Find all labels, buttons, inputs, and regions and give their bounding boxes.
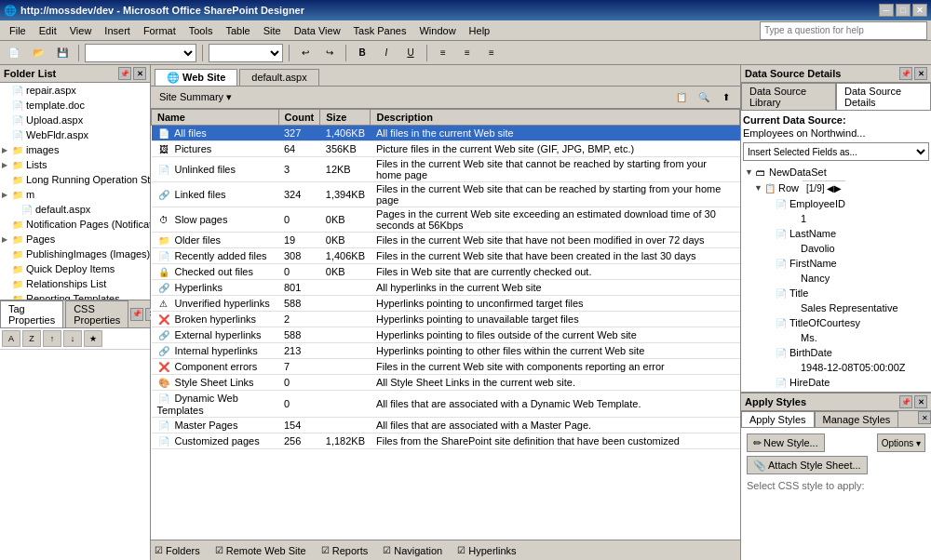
- table-row[interactable]: ⏱ Slow pages 0 0KB Pages in the current …: [152, 207, 740, 233]
- table-row[interactable]: 🔗 Hyperlinks 801 All hyperlinks in the c…: [152, 280, 740, 296]
- as-pin-button[interactable]: 📌: [899, 395, 912, 408]
- style-dropdown[interactable]: [85, 44, 196, 62]
- window-controls[interactable]: ─ □ ✕: [879, 4, 927, 17]
- folder-item[interactable]: 📁 Long Running Operation Statu: [0, 172, 150, 187]
- site-table[interactable]: Name Count Size Description 📄 All files …: [151, 109, 740, 540]
- folder-list-pin[interactable]: 📌: [118, 67, 131, 80]
- ds-tree-item[interactable]: 1: [743, 211, 929, 226]
- status-reports[interactable]: ☑ Reports: [321, 545, 369, 556]
- folder-item[interactable]: 📁 Reporting Templates: [0, 291, 150, 300]
- as-panel-controls[interactable]: 📌 ✕: [899, 395, 927, 408]
- table-row[interactable]: ❌ Component errors 7 Files in the curren…: [152, 359, 740, 375]
- status-hyperlinks[interactable]: ☑ Hyperlinks: [457, 545, 516, 556]
- ds-tabs[interactable]: Data Source Library Data Source Details: [741, 83, 931, 111]
- undo-button[interactable]: ↩: [295, 44, 316, 62]
- open-button[interactable]: 📂: [28, 44, 48, 62]
- menu-file[interactable]: File: [4, 23, 32, 38]
- folder-list-close[interactable]: ✕: [133, 67, 146, 80]
- table-row[interactable]: 📄 Customized pages 256 1,182KB Files fro…: [152, 433, 740, 449]
- folder-list[interactable]: 📄 repair.aspx 📄 template.doc 📄 Upload.as…: [0, 83, 150, 300]
- table-row[interactable]: 📄 Unlinked files 3 12KB Files in the cur…: [152, 157, 740, 182]
- tab-default-aspx[interactable]: default.aspx: [239, 69, 318, 86]
- table-row[interactable]: 🔗 External hyperlinks 588 Hyperlinks poi…: [152, 327, 740, 343]
- ds-tree-item[interactable]: 1948-12-08T05:00:00Z: [743, 360, 929, 375]
- new-button[interactable]: 📄: [4, 44, 24, 62]
- menu-insert[interactable]: Insert: [99, 23, 136, 38]
- folder-item[interactable]: ▶ 📁 images: [0, 142, 150, 157]
- folder-item[interactable]: ▶ 📁 Pages: [0, 232, 150, 247]
- menu-table[interactable]: Table: [220, 23, 255, 38]
- ds-tree-item[interactable]: 📄 EmployeeID: [743, 196, 929, 211]
- tag-btn-sort-asc[interactable]: ↑: [43, 330, 61, 347]
- bold-button[interactable]: B: [352, 44, 372, 62]
- insert-fields-combo[interactable]: Insert Selected Fields as...: [743, 142, 929, 161]
- table-row[interactable]: 🔗 Linked files 324 1,394KB Files in the …: [152, 182, 740, 207]
- tab-apply-styles[interactable]: Apply Styles: [741, 411, 815, 427]
- tag-panel-pin[interactable]: 📌: [130, 308, 143, 321]
- table-row[interactable]: ⚠ Unverified hyperlinks 588 Hyperlinks p…: [152, 296, 740, 312]
- italic-button[interactable]: I: [376, 44, 397, 62]
- folder-item[interactable]: 📁 Quick Deploy Items: [0, 261, 150, 276]
- folder-item[interactable]: 📁 Notification Pages (Notificati...: [0, 217, 150, 232]
- redo-button[interactable]: ↪: [319, 44, 340, 62]
- as-tabs[interactable]: Apply Styles Manage Styles ✕: [741, 411, 931, 428]
- ds-tree-item[interactable]: 📄 LastName: [743, 226, 929, 241]
- tab-website[interactable]: 🌐 Web Site: [155, 69, 237, 86]
- col-name[interactable]: Name: [152, 110, 279, 126]
- font-dropdown[interactable]: [209, 44, 283, 62]
- close-button[interactable]: ✕: [912, 4, 927, 17]
- ds-tree-item[interactable]: 📄 TitleOfCourtesy: [743, 315, 929, 330]
- maximize-button[interactable]: □: [896, 4, 911, 17]
- ds-nav[interactable]: [1/9] ◀▶: [803, 180, 845, 195]
- ds-tree-item[interactable]: Sales Representative: [743, 300, 929, 315]
- tab-ds-library[interactable]: Data Source Library: [741, 83, 836, 110]
- folder-list-controls[interactable]: 📌 ✕: [118, 67, 146, 80]
- folder-item[interactable]: 📄 repair.aspx: [0, 83, 150, 98]
- folder-item[interactable]: ▶ 📁 Lists: [0, 157, 150, 172]
- folder-item[interactable]: 📄 Upload.aspx: [0, 113, 150, 127]
- tag-btn-sort-desc[interactable]: ↓: [63, 330, 82, 347]
- table-row[interactable]: 🖼 Pictures 64 356KB Picture files in the…: [152, 141, 740, 157]
- minimize-button[interactable]: ─: [879, 4, 894, 17]
- tag-btn-2[interactable]: Z: [22, 330, 41, 347]
- tab-manage-styles[interactable]: Manage Styles: [815, 411, 899, 427]
- table-row[interactable]: ❌ Broken hyperlinks 2 Hyperlinks pointin…: [152, 312, 740, 327]
- table-row[interactable]: 📄 Dynamic Web Templates 0 All files that…: [152, 391, 740, 418]
- ds-tree-item[interactable]: 📄 BirthDate: [743, 345, 929, 360]
- ds-tree-item[interactable]: Ms.: [743, 330, 929, 345]
- folder-item[interactable]: 📄 default.aspx: [0, 202, 150, 217]
- status-remote[interactable]: ☑ Remote Web Site: [215, 545, 306, 556]
- tag-tabs[interactable]: Tag Properties CSS Properties 📌 ✕: [0, 300, 150, 328]
- ds-tree-item[interactable]: Davolio: [743, 241, 929, 256]
- table-row[interactable]: 📁 Older files 19 0KB Files in the curren…: [152, 233, 740, 248]
- site-summary-button[interactable]: Site Summary ▾: [155, 89, 236, 105]
- menu-format[interactable]: Format: [138, 23, 182, 38]
- folder-item[interactable]: ▶ 📁 m: [0, 187, 150, 202]
- table-row[interactable]: 📄 Master Pages 154 All files that are as…: [152, 418, 740, 433]
- menu-edit[interactable]: Edit: [34, 23, 62, 38]
- align-center-button[interactable]: ≡: [457, 44, 478, 62]
- align-right-button[interactable]: ≡: [481, 44, 502, 62]
- ds-tree-item[interactable]: ▼ 🗃 NewDataSet: [743, 165, 929, 180]
- menu-tools[interactable]: Tools: [183, 23, 219, 38]
- folder-item[interactable]: 📁 Relationships List: [0, 276, 150, 291]
- col-size[interactable]: Size: [320, 110, 371, 126]
- ds-panel-controls[interactable]: 📌 ✕: [899, 67, 927, 80]
- folder-item[interactable]: 📄 template.doc: [0, 98, 150, 113]
- status-navigation[interactable]: ☑ Navigation: [383, 545, 442, 556]
- table-row[interactable]: 🎨 Style Sheet Links 0 All Style Sheet Li…: [152, 375, 740, 391]
- table-row[interactable]: 📄 Recently added files 308 1,406KB Files…: [152, 248, 740, 264]
- tab-ds-details[interactable]: Data Source Details: [836, 83, 931, 110]
- ds-pin-button[interactable]: 📌: [899, 67, 912, 80]
- tag-btn-1[interactable]: A: [2, 330, 20, 347]
- as-x-button[interactable]: ✕: [918, 411, 931, 424]
- tab-tag-properties[interactable]: Tag Properties: [0, 300, 63, 327]
- ds-tree-item[interactable]: 📄 FirstName: [743, 256, 929, 271]
- tab-css-properties[interactable]: CSS Properties: [65, 300, 128, 327]
- view-btn-2[interactable]: 🔍: [694, 88, 714, 107]
- ds-tree-item[interactable]: 📄 HireDate: [743, 375, 929, 390]
- underline-button[interactable]: U: [400, 44, 421, 62]
- table-row[interactable]: 🔒 Checked out files 0 0KB Files in Web s…: [152, 264, 740, 280]
- status-folders[interactable]: ☑ Folders: [155, 545, 200, 556]
- menu-help[interactable]: Help: [464, 23, 496, 38]
